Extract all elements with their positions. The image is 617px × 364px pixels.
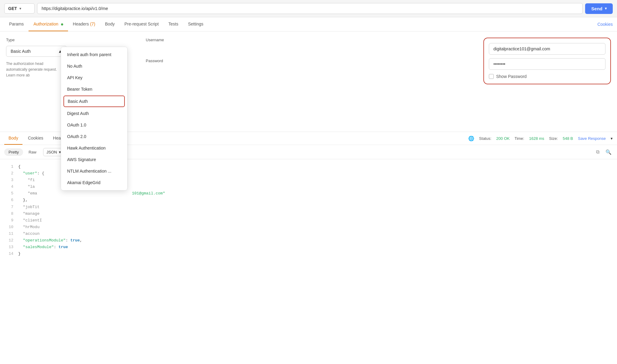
dropdown-item-akamai[interactable]: Akamai EdgeGrid — [61, 177, 127, 188]
show-password-label: Show Password — [496, 74, 527, 79]
format-select-value: JSON — [46, 150, 57, 154]
code-line-13: 13 "salesModule": true — [6, 244, 611, 251]
format-tab-raw[interactable]: Raw — [24, 148, 41, 156]
response-tab-cookies[interactable]: Cookies — [24, 132, 48, 145]
dropdown-item-noauth[interactable]: No Auth — [61, 60, 127, 72]
time-label: Time: — [514, 136, 524, 141]
url-bar: GET ▾ Send ▾ — [0, 0, 617, 17]
code-line-8: 8 "manage — [6, 211, 611, 217]
response-meta: 🌐 Status: 200 OK Time: 1628 ms Size: 548… — [468, 136, 613, 141]
code-line-14: 14} — [6, 251, 611, 256]
time-value: 1628 ms — [529, 136, 544, 141]
status-label: Status: — [479, 136, 491, 141]
tab-settings[interactable]: Settings — [183, 17, 208, 31]
tab-headers[interactable]: Headers (7) — [68, 17, 100, 31]
password-label: Password — [146, 59, 206, 63]
url-input[interactable] — [37, 3, 583, 14]
type-label: Type — [6, 38, 67, 42]
status-value: 200 OK — [496, 136, 510, 141]
username-label: Username — [146, 38, 206, 42]
auth-left: Type Basic Auth ▲ The authorization head… — [6, 38, 67, 129]
toolbar-right: ⧉ 🔍 — [595, 148, 613, 156]
tab-authorization[interactable]: Authorization — [29, 17, 68, 31]
code-line-12: 12 "operationsModule": true, — [6, 237, 611, 244]
selected-type-label: Basic Auth — [11, 49, 31, 54]
dropdown-item-ntlm[interactable]: NTLM Authentication ... — [61, 165, 127, 177]
tab-params[interactable]: Params — [4, 17, 29, 31]
tab-tests[interactable]: Tests — [164, 17, 183, 31]
response-tab-body[interactable]: Body — [4, 132, 22, 145]
dropdown-menu: Inherit auth from parent No Auth API Key… — [61, 47, 128, 190]
code-line-7: 7 "jobTit — [6, 204, 611, 211]
send-chevron-icon: ▾ — [605, 6, 607, 11]
auth-middle: Username Password — [146, 38, 206, 129]
tabs-bar: Params Authorization Headers (7) Body Pr… — [0, 17, 617, 32]
headers-badge: (7) — [90, 22, 95, 26]
size-label: Size: — [549, 136, 558, 141]
code-line-11: 11 "accoun — [6, 231, 611, 237]
show-password-checkbox[interactable] — [489, 74, 494, 79]
username-group: Username — [146, 38, 206, 44]
code-line-10: 10 "hrModu — [6, 224, 611, 231]
method-label: GET — [8, 6, 17, 11]
code-line-6: 6 }, — [6, 197, 611, 204]
authorization-dot — [61, 23, 63, 25]
dropdown-item-hawk[interactable]: Hawk Authentication — [61, 142, 127, 154]
send-label: Send — [591, 6, 602, 11]
method-select[interactable]: GET ▾ — [4, 3, 35, 14]
code-line-9: 9 "clientI — [6, 217, 611, 224]
auth-right: Show Password — [483, 38, 611, 84]
tab-body[interactable]: Body — [100, 17, 120, 31]
save-response-button[interactable]: Save Response — [578, 136, 606, 141]
auth-description: The authorization head automatically gen… — [6, 61, 64, 79]
dropdown-item-bearer[interactable]: Bearer Token — [61, 83, 127, 95]
auth-inputs-box: Show Password — [483, 38, 611, 84]
show-password-row: Show Password — [489, 74, 605, 79]
send-button[interactable]: Send ▾ — [585, 3, 613, 14]
format-tabs: Pretty Raw — [4, 148, 41, 156]
size-value: 548 B — [563, 136, 573, 141]
save-chevron-icon: ▾ — [611, 136, 613, 141]
tab-prerequest[interactable]: Pre-request Script — [120, 17, 164, 31]
dropdown-item-aws[interactable]: AWS Signature — [61, 154, 127, 165]
dropdown-item-oauth2[interactable]: OAuth 2.0 — [61, 131, 127, 142]
format-tab-pretty[interactable]: Pretty — [4, 148, 23, 156]
password-group: Password — [146, 59, 206, 65]
dropdown-item-basicauth[interactable]: Basic Auth — [63, 96, 125, 107]
dropdown-item-apikey[interactable]: API Key — [61, 72, 127, 83]
search-icon[interactable]: 🔍 — [604, 148, 613, 156]
tab-cookies[interactable]: Cookies — [597, 22, 613, 27]
copy-icon[interactable]: ⧉ — [595, 148, 601, 156]
type-dropdown[interactable]: Basic Auth ▲ — [6, 46, 67, 57]
username-input[interactable] — [489, 43, 605, 55]
dropdown-item-digest[interactable]: Digest Auth — [61, 108, 127, 119]
globe-icon: 🌐 — [468, 136, 474, 141]
dropdown-item-inherit[interactable]: Inherit auth from parent — [61, 49, 127, 60]
password-input[interactable] — [489, 58, 605, 70]
chevron-down-icon: ▾ — [19, 7, 21, 11]
auth-section: Type Basic Auth ▲ The authorization head… — [0, 32, 617, 129]
code-line-5: 5 "ema 101@gmail.com" — [6, 190, 611, 197]
dropdown-item-oauth1[interactable]: OAuth 1.0 — [61, 119, 127, 131]
